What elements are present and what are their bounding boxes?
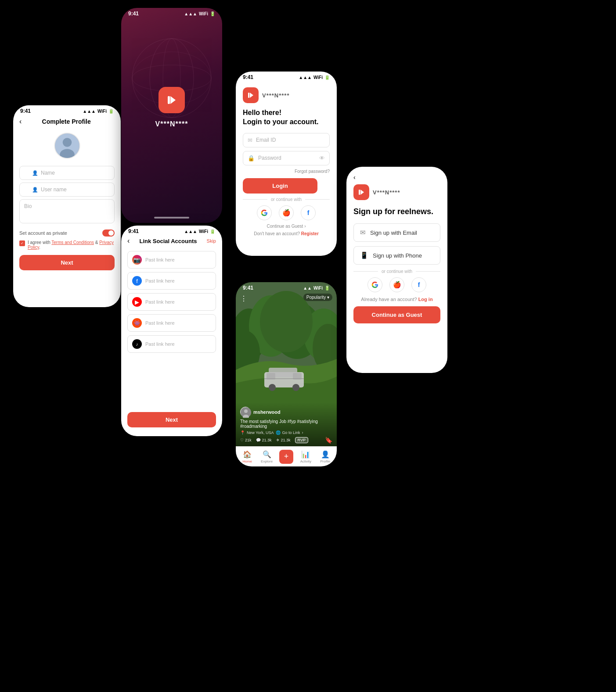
status-time-5: 9:41 [243,285,253,291]
apple-auth-btn[interactable]: 🍎 [279,205,294,220]
no-account-row: Don't have an account? Register [243,231,330,236]
feed-options-btn[interactable]: ⋮ [240,294,247,303]
email-input[interactable]: ✉ Email ID [243,133,330,147]
username-input[interactable]: 👤 User name [19,183,115,197]
status-icons-2: ▲▲▲ WiFi 🔋 [184,11,215,16]
nav-activity[interactable]: 📊 Activity [296,450,315,463]
no-account-text: Don't have an account? [254,231,300,236]
status-time-2: 9:41 [128,11,139,17]
forgot-password-link[interactable]: Forgot password? [295,169,330,174]
svg-marker-10 [250,93,253,98]
google-signup-btn[interactable] [367,277,382,292]
nav-add[interactable]: + [277,450,296,464]
youtube-icon: ▶ [132,297,142,307]
login-link[interactable]: Log in [418,297,433,302]
battery-icon-3: 🔋 [210,229,215,234]
name-input[interactable]: 👤 Name [19,166,115,180]
login-logo-row: V***N**** [243,87,330,103]
heart-icon: ♡ [240,438,244,442]
next-button[interactable]: Next [19,255,115,270]
svg-rect-9 [168,96,170,104]
continue-guest-login[interactable]: Continue as Guest › [243,224,330,229]
facebook-placeholder: Past link here [145,278,175,283]
signup-email-btn[interactable]: ✉ Sign up with Email [353,223,440,242]
back-button[interactable]: ‹ [19,118,22,125]
back-button-3[interactable]: ‹ [127,237,130,245]
phone-splash: 9:41 ▲▲▲ WiFi 🔋 V***N**** [121,8,222,223]
apple-signup-btn[interactable]: 🍎 [389,277,404,292]
instagram-icon: 📷 [132,255,142,265]
signup-logo-row: V***N**** [353,184,440,200]
apple-icon: 🍎 [282,209,291,217]
login-content: V***N**** Hello there! Login to your acc… [236,81,337,242]
status-time-3: 9:41 [128,228,139,234]
logo-icon [164,93,179,108]
password-input[interactable]: 🔒 Password 👁 [243,151,330,165]
status-icons-4: ▲▲▲ WiFi 🔋 [299,75,330,80]
email-option-icon: ✉ [360,229,366,237]
password-placeholder: Password [258,155,281,161]
next-button-3[interactable]: Next [127,412,216,427]
facebook-auth-btn[interactable]: f [301,205,316,220]
heading-line2: Login to your account. [243,118,318,125]
already-have-row: Already have an account? Log in [353,297,440,302]
activity-icon: 📊 [301,450,310,459]
facebook-icon-signup: f [418,281,420,288]
youtube-input[interactable]: ▶ Past link here [127,293,216,311]
register-link[interactable]: Register [301,231,319,236]
facebook-input[interactable]: f Past link here [127,272,216,290]
terms-checkbox[interactable] [19,240,25,246]
add-button[interactable]: + [279,450,293,464]
battery-icon-4: 🔋 [324,75,330,80]
svg-point-24 [269,384,276,391]
status-bar-4: 9:41 ▲▲▲ WiFi 🔋 [236,72,337,81]
comments-count: 21.3k [262,438,272,442]
svg-point-25 [292,384,299,391]
login-button[interactable]: Login [243,178,317,194]
youtube-placeholder: Past link here [145,299,175,305]
wifi-icon-3: WiFi [199,229,208,234]
bio-input[interactable]: Bio [19,199,115,223]
nav-home[interactable]: 🏠 Home [238,450,257,463]
status-bar-1: 9:41 ▲▲▲ WiFi 🔋 [13,105,121,115]
bookmark-icon[interactable]: 🔖 [325,437,332,444]
back-button-6[interactable]: ‹ [353,174,440,181]
svg-point-28 [244,409,248,413]
eye-icon[interactable]: 👁 [319,155,325,161]
name-field-group: 👤 Name 👤 User name Bio [13,164,121,228]
feed-username: msherwood [253,409,281,415]
avatar[interactable] [54,133,80,159]
app-logo-login [243,87,259,103]
feed-stats-row: ♡ 21k 💬 21.3k ✈ 21.3k RVP 🔖 [240,437,332,444]
continue-guest-btn[interactable]: Continue as Guest [353,306,440,323]
bio-placeholder: Bio [24,203,32,209]
phone-link-social: 9:41 ▲▲▲ WiFi 🔋 ‹ Link Social Accounts S… [121,226,222,436]
comments-stat[interactable]: 💬 21.3k [256,438,272,442]
terms-link[interactable]: Terms and Conditions [51,240,94,245]
nav-home-label: Home [243,459,252,463]
nav-profile[interactable]: 👤 Profile [316,450,335,463]
nav-explore[interactable]: 🔍 Explore [257,450,276,463]
facebook-signup-btn[interactable]: f [411,277,426,292]
shares-stat[interactable]: ✈ 21.3k [276,438,291,442]
avatar-section [13,129,121,164]
social-title: Link Social Accounts [133,238,203,244]
status-time-4: 9:41 [243,74,253,80]
go-to-link[interactable]: Go to Link [282,430,300,435]
feed-user-avatar [240,407,251,417]
instagram-input[interactable]: 📷 Past link here [127,251,216,269]
signal-icon: ▲▲▲ [83,109,96,114]
tiktok-input[interactable]: ♪ Past link here [127,335,216,353]
signup-phone-btn[interactable]: 📱 Sign up with Phone [353,246,440,265]
signup-content: ‹ V***N**** Sign up for reelnews. ✉ Sign… [346,167,447,330]
feed-sort-btn[interactable]: Popularity ▾ [303,294,332,301]
feed-location-row: 📍 New York, USA 🌐 Go to Link › [240,430,332,435]
page-title: Complete Profile [25,118,115,125]
skip-button[interactable]: Skip [207,238,216,244]
reddit-input[interactable]: 👾 Past link here [127,314,216,332]
google-auth-btn[interactable] [257,205,272,220]
feed-bottom-nav: 🏠 Home 🔍 Explore + 📊 Activity 👤 Profile [236,446,337,466]
likes-stat[interactable]: ♡ 21k [240,438,252,442]
app-name-login: V***N**** [262,92,289,99]
private-toggle[interactable] [102,229,115,237]
